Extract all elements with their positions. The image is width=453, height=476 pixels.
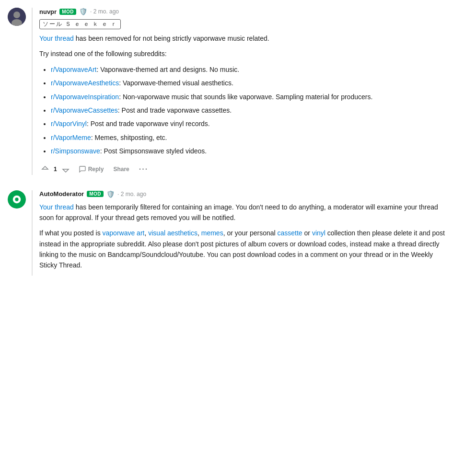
- your-thread-link-1[interactable]: Your thread: [39, 35, 74, 42]
- comment-nuvpr: nuvpr MOD 🛡️ · 2 mo. ago ソール Ｓ ｅ ｅ ｋ ｅ ｒ…: [8, 8, 445, 175]
- list-item: r/Simpsonswave: Post Simpsonswave styled…: [51, 146, 445, 156]
- avatar-nuvpr: [8, 8, 26, 26]
- japanese-tag: ソール Ｓ ｅ ｅ ｋ ｅ ｒ: [39, 19, 121, 29]
- cassette-link[interactable]: cassette: [278, 229, 302, 237]
- mod-badge-automoderator: MOD: [87, 191, 104, 197]
- timestamp-automoderator: · 2 mo. ago: [117, 191, 146, 197]
- body-subreddit-intro: Try instead one of the following subredd…: [39, 48, 445, 59]
- list-item: r/VaporwaveArt: Vaporwave-themed art and…: [51, 64, 445, 75]
- list-item: r/VaporwaveCassettes: Post and trade vap…: [51, 105, 445, 116]
- upvote-button-nuvpr[interactable]: [39, 163, 51, 175]
- list-item: r/VaporwaveAesthetics: Vaporwave-themed …: [51, 78, 445, 88]
- body-para2-automoderator: If what you posted is vaporwave art, vis…: [39, 228, 445, 271]
- avatar-automoderator: [8, 190, 26, 209]
- memes-link[interactable]: memes: [201, 229, 223, 237]
- downvote-button-nuvpr[interactable]: [60, 163, 71, 175]
- comment-header-nuvpr: nuvpr MOD 🛡️ · 2 mo. ago: [39, 8, 445, 15]
- list-item: r/VaporVinyl: Post and trade vaporwave v…: [51, 118, 445, 129]
- comment-actions-nuvpr: 1 Reply Share ···: [39, 163, 445, 175]
- vaporwave-art-link[interactable]: vaporwave art: [103, 229, 145, 237]
- subreddit-link-0[interactable]: r/VaporwaveArt: [51, 66, 96, 73]
- list-item: r/VaporMeme: Memes, shitposting, etc.: [51, 132, 445, 143]
- subreddit-link-3[interactable]: r/VaporwaveCassettes: [51, 106, 118, 114]
- reply-button-nuvpr[interactable]: Reply: [76, 164, 106, 174]
- comment-body-automoderator: Your thread has been temporarily filtere…: [39, 202, 445, 271]
- svg-point-1: [13, 12, 20, 18]
- body-intro-nuvpr: Your thread has been removed for not bei…: [39, 33, 445, 44]
- vote-count-nuvpr: 1: [54, 166, 57, 173]
- visual-aesthetics-link[interactable]: visual aesthetics: [148, 229, 197, 237]
- body-para1-automoderator: Your thread has been temporarily filtere…: [39, 202, 445, 223]
- comment-automoderator: AutoModerator MOD 🛡️ · 2 mo. ago Your th…: [8, 190, 445, 276]
- comment-content-automoderator: AutoModerator MOD 🛡️ · 2 mo. ago Your th…: [32, 190, 445, 276]
- timestamp-nuvpr: · 2 mo. ago: [90, 8, 119, 15]
- username-nuvpr[interactable]: nuvpr: [39, 8, 57, 15]
- share-button-nuvpr[interactable]: Share: [111, 164, 131, 174]
- subreddit-link-2[interactable]: r/VaporwaveInspiration: [51, 93, 119, 101]
- vote-section-nuvpr: 1: [39, 163, 71, 175]
- your-thread-link-2[interactable]: Your thread: [39, 203, 74, 211]
- comment-body-nuvpr: Your thread has been removed for not bei…: [39, 33, 445, 157]
- comment-header-automoderator: AutoModerator MOD 🛡️ · 2 mo. ago: [39, 190, 445, 198]
- more-options-button-nuvpr[interactable]: ···: [137, 163, 151, 175]
- subreddit-link-1[interactable]: r/VaporwaveAesthetics: [51, 79, 119, 87]
- list-item: r/VaporwaveInspiration: Non-vaporwave mu…: [51, 92, 445, 102]
- subreddit-list: r/VaporwaveArt: Vaporwave-themed art and…: [51, 64, 445, 157]
- shield-icon-automoderator: 🛡️: [106, 190, 115, 198]
- vinyl-link[interactable]: vinyl: [312, 229, 325, 237]
- username-automoderator[interactable]: AutoModerator: [39, 190, 84, 197]
- shield-icon-nuvpr: 🛡️: [79, 8, 87, 15]
- subreddit-link-5[interactable]: r/VaporMeme: [51, 134, 91, 141]
- mod-badge-nuvpr: MOD: [59, 9, 76, 15]
- subreddit-link-4[interactable]: r/VaporVinyl: [51, 120, 87, 128]
- comment-content-nuvpr: nuvpr MOD 🛡️ · 2 mo. ago ソール Ｓ ｅ ｅ ｋ ｅ ｒ…: [32, 8, 445, 175]
- svg-point-4: [15, 197, 18, 201]
- subreddit-link-6[interactable]: r/Simpsonswave: [51, 147, 100, 155]
